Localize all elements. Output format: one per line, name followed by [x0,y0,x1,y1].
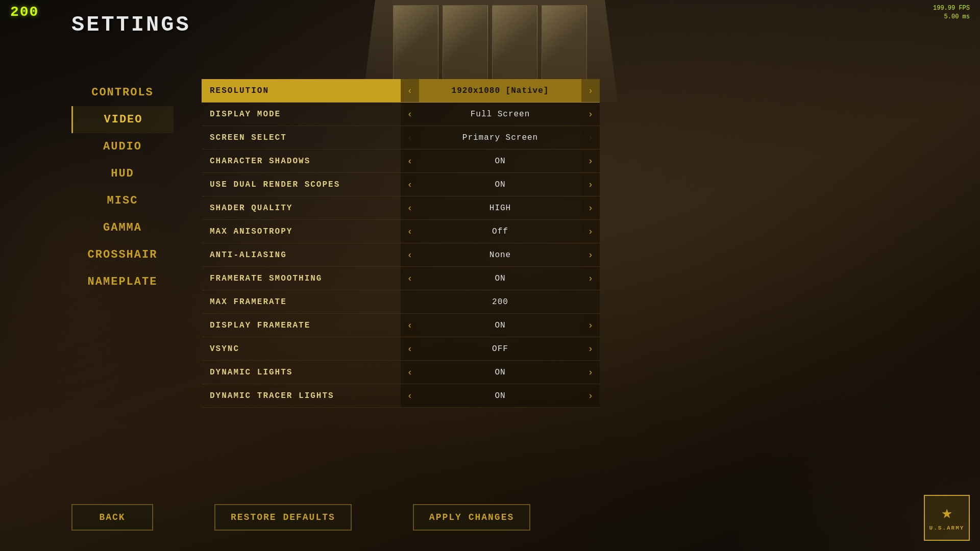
setting-left-arrow-display_mode[interactable]: ‹ [401,103,419,126]
setting-value-area-display_mode: ‹Full Screen› [401,103,600,126]
setting-right-arrow-display_mode[interactable]: › [581,103,600,126]
setting-row-character_shadows: CHARACTER SHADOWS‹ON› [202,149,600,173]
setting-label-dynamic_lights: DYNAMIC LIGHTS [202,368,401,377]
restore-defaults-button[interactable]: RESTORE DEFAULTS [214,504,352,531]
setting-value-resolution: 980x551 [Native] [419,86,581,95]
fps-counter-topleft: 200 [10,4,39,20]
setting-value-area-framerate_smoothing: ‹ON› [401,267,600,290]
setting-right-arrow-character_shadows[interactable]: › [581,149,600,172]
window-pane-1 [393,5,438,87]
setting-row-max_framerate: MAX FRAMERATE200 [202,290,600,314]
setting-label-display_mode: DISPLAY MODE [202,110,401,119]
setting-value-area-max_framerate: 200 [401,290,600,313]
setting-row-dynamic_lights: DYNAMIC LIGHTS‹ON› [202,361,600,384]
setting-row-use_dual_render_scopes: USE DUAL RENDER SCOPES‹ON› [202,173,600,196]
setting-left-arrow-resolution[interactable]: ‹ [401,79,419,102]
setting-value-area-max_anisotropy: ‹Off› [401,220,600,243]
setting-label-display_framerate: DISPLAY FRAMERATE [202,321,401,330]
setting-value-area-dynamic_lights: ‹ON› [401,361,600,384]
setting-right-arrow-resolution[interactable]: › [581,79,600,102]
setting-right-arrow-anti_aliasing[interactable]: › [581,243,600,266]
fps-info: 199.99 FPS 5.00 ms [933,4,970,21]
setting-right-arrow-dynamic_lights[interactable]: › [581,361,600,384]
bg-window-inner [393,5,587,87]
sidebar-item-controls[interactable]: CONTROLS [71,79,174,106]
army-logo-text: U.S.ARMY [929,525,965,531]
sidebar-item-nameplate[interactable]: NAMEPLATE [71,268,174,295]
setting-value-display_mode: Full Screen [419,110,581,119]
bottom-bar: BACK RESTORE DEFAULTS APPLY CHANGES [71,504,530,531]
army-logo: ★ U.S.ARMY [924,495,970,541]
setting-value-max_framerate: 200 [401,297,600,307]
setting-row-framerate_smoothing: FRAMERATE SMOOTHING‹ON› [202,267,600,290]
back-button[interactable]: BACK [71,504,153,531]
setting-label-vsync: VSYNC [202,344,401,354]
setting-value-dynamic_lights: ON [419,368,581,377]
setting-label-character_shadows: CHARACTER SHADOWS [202,157,401,166]
setting-row-screen_select: SCREEN SELECT‹Primary Screen› [202,126,600,149]
setting-row-display_framerate: DISPLAY FRAMERATE‹ON› [202,314,600,337]
sidebar-item-misc[interactable]: MISC [71,187,174,214]
setting-value-area-anti_aliasing: ‹None› [401,243,600,266]
setting-right-arrow-max_anisotropy[interactable]: › [581,220,600,243]
sidebar-item-gamma[interactable]: GAMMA [71,214,174,241]
setting-value-area-resolution: ‹980x551 [Native]› [401,79,600,102]
setting-right-arrow-display_framerate[interactable]: › [581,314,600,337]
setting-value-area-character_shadows: ‹ON› [401,149,600,172]
setting-right-arrow-screen_select: › [581,126,600,149]
setting-left-arrow-shader_quality[interactable]: ‹ [401,196,419,219]
setting-label-dynamic_tracer_lights: DYNAMIC TRACER LIGHTS [202,391,401,400]
fps-value: 199.99 FPS [933,4,970,13]
setting-left-arrow-dynamic_tracer_lights[interactable]: ‹ [401,384,419,407]
setting-right-arrow-use_dual_render_scopes[interactable]: › [581,173,600,196]
sidebar-item-video[interactable]: VIDEO [71,106,174,133]
setting-value-character_shadows: ON [419,157,581,166]
window-pane-4 [542,5,587,87]
setting-left-arrow-framerate_smoothing[interactable]: ‹ [401,267,419,290]
setting-left-arrow-vsync[interactable]: ‹ [401,337,419,360]
setting-value-framerate_smoothing: ON [419,274,581,283]
setting-left-arrow-anti_aliasing[interactable]: ‹ [401,243,419,266]
setting-right-arrow-dynamic_tracer_lights[interactable]: › [581,384,600,407]
setting-label-max_framerate: MAX FRAMERATE [202,297,401,307]
setting-value-display_framerate: ON [419,321,581,330]
setting-row-anti_aliasing: ANTI-ALIASING‹None› [202,243,600,267]
apply-changes-button[interactable]: APPLY CHANGES [413,504,530,531]
setting-label-resolution: RESOLUTION [202,86,401,95]
setting-label-screen_select: SCREEN SELECT [202,133,401,142]
settings-panel: RESOLUTION‹980x551 [Native]›DISPLAY MO… [202,79,600,408]
army-logo-box: ★ U.S.ARMY [924,495,970,541]
setting-right-arrow-shader_quality[interactable]: › [581,196,600,219]
setting-left-arrow-max_anisotropy[interactable]: ‹ [401,220,419,243]
setting-left-arrow-display_framerate[interactable]: ‹ [401,314,419,337]
setting-value-area-display_framerate: ‹ON› [401,314,600,337]
setting-value-area-use_dual_render_scopes: ‹ON› [401,173,600,196]
sidebar-item-hud[interactable]: HUD [71,160,174,187]
army-star-icon: ★ [941,505,952,523]
setting-left-arrow-screen_select: ‹ [401,126,419,149]
sidebar-item-crosshair[interactable]: CROSSHAIR [71,241,174,268]
setting-row-vsync: VSYNC‹OFF› [202,337,600,361]
setting-value-area-shader_quality: ‹HIGH› [401,196,600,219]
page-title: SETTINGS [71,13,191,37]
setting-label-shader_quality: SHADER QUALITY [202,204,401,213]
sidebar-item-audio[interactable]: AUDIO [71,133,174,160]
setting-value-use_dual_render_scopes: ON [419,180,581,189]
setting-row-max_anisotropy: MAX ANISOTROPY‹Off› [202,220,600,243]
setting-value-vsync: OFF [419,344,581,354]
setting-right-arrow-vsync[interactable]: › [581,337,600,360]
setting-row-shader_quality: SHADER QUALITY‹HIGH› [202,196,600,220]
setting-label-anti_aliasing: ANTI-ALIASING [202,251,401,260]
setting-left-arrow-dynamic_lights[interactable]: ‹ [401,361,419,384]
window-pane-3 [492,5,537,87]
sidebar: CONTROLSVIDEOAUDIOHUDMISCGAMMACROSSHAIRN… [71,79,174,295]
setting-row-dynamic_tracer_lights: DYNAMIC TRACER LIGHTS‹ON› [202,384,600,408]
setting-label-use_dual_render_scopes: USE DUAL RENDER SCOPES [202,180,401,189]
setting-right-arrow-framerate_smoothing[interactable]: › [581,267,600,290]
setting-value-screen_select: Primary Screen [419,133,581,142]
setting-value-shader_quality: HIGH [419,204,581,213]
setting-left-arrow-character_shadows[interactable]: ‹ [401,149,419,172]
setting-label-framerate_smoothing: FRAMERATE SMOOTHING [202,274,401,283]
setting-left-arrow-use_dual_render_scopes[interactable]: ‹ [401,173,419,196]
setting-row-resolution: RESOLUTION‹980x551 [Native]› [202,79,600,103]
